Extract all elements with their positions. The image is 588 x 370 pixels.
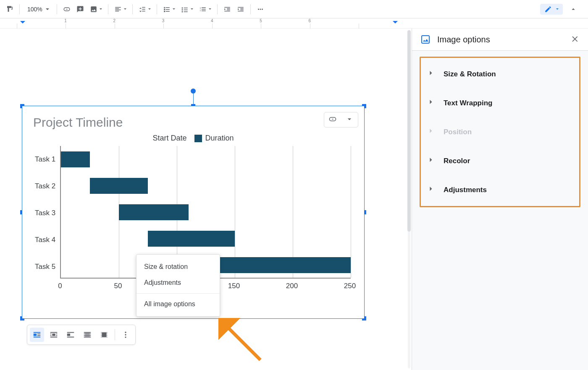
rotation-handle[interactable] <box>191 89 196 94</box>
align-button[interactable] <box>112 3 129 16</box>
image-icon <box>420 34 430 44</box>
zoom-value: 100% <box>27 6 42 13</box>
caret-down-icon <box>100 8 102 11</box>
image-wrap-toolbar <box>27 325 136 345</box>
toolbar-separator <box>250 4 251 14</box>
svg-point-9 <box>125 332 126 333</box>
ctx-adjustments[interactable]: Adjustments <box>136 275 220 291</box>
ruler-number: 6 <box>309 18 311 23</box>
ruler-number: 4 <box>211 18 213 23</box>
y-tick-label: Task 2 <box>35 182 58 190</box>
bulleted-list-button[interactable] <box>178 3 196 16</box>
ctx-all-image-options[interactable]: All image options <box>136 296 220 312</box>
toolbar: 100% <box>0 0 588 18</box>
svg-point-1 <box>260 8 261 10</box>
toolbar-separator <box>217 4 218 14</box>
panel-title: Image options <box>437 35 564 44</box>
caret-down-icon <box>191 8 193 11</box>
ruler[interactable]: 1 2 3 4 5 6 <box>0 18 588 29</box>
toolbar-separator <box>132 4 133 14</box>
legend-item: Start Date <box>152 134 186 143</box>
ctx-separator <box>136 293 220 294</box>
y-tick-label: Task 3 <box>35 209 58 217</box>
rotation-handle-line <box>193 94 194 104</box>
toolbar-separator <box>157 4 157 14</box>
wrap-wraptext-button[interactable] <box>47 328 61 342</box>
x-tick-label: 0 <box>58 282 62 290</box>
chart-options-button[interactable] <box>341 112 358 127</box>
checklist-button[interactable] <box>160 3 178 16</box>
svg-point-10 <box>125 334 126 335</box>
paint-format-button[interactable] <box>3 3 16 16</box>
gridline <box>351 146 351 278</box>
ctx-size-rotation[interactable]: Size & rotation <box>136 259 220 275</box>
document-area[interactable]: Project Timeline Start Date Duration Tas… <box>0 29 407 370</box>
collapse-toolbar-button[interactable] <box>567 3 580 16</box>
insert-comment-button[interactable] <box>74 3 87 16</box>
scrollbar-thumb[interactable] <box>407 30 411 232</box>
wrap-front-button[interactable] <box>97 328 111 342</box>
svg-rect-12 <box>422 36 429 43</box>
svg-rect-8 <box>102 333 107 337</box>
zoom-dropdown[interactable]: 100% <box>23 3 53 16</box>
chevron-right-icon <box>427 127 435 137</box>
wrap-break-button[interactable] <box>63 328 78 342</box>
ruler-number: 2 <box>113 18 116 23</box>
svg-rect-5 <box>52 334 55 336</box>
chart-title: Project Timeline <box>33 115 355 130</box>
workspace: Project Timeline Start Date Duration Tas… <box>0 29 588 370</box>
accordion-item[interactable]: Adjustments <box>421 175 579 204</box>
chart-link-button[interactable] <box>324 112 341 127</box>
accordion-label: Size & Rotation <box>444 70 496 78</box>
caret-down-icon <box>124 8 126 11</box>
more-tools-button[interactable] <box>254 3 267 16</box>
ruler-number: 3 <box>162 18 165 23</box>
caret-down-icon <box>46 8 49 12</box>
svg-rect-6 <box>67 334 70 336</box>
svg-point-11 <box>125 336 126 338</box>
vertical-scrollbar[interactable] <box>407 29 412 370</box>
y-tick-label: Task 1 <box>35 155 58 164</box>
close-panel-button[interactable] <box>571 35 580 44</box>
wrap-more-button[interactable] <box>118 328 133 342</box>
x-tick-label: 250 <box>344 282 356 290</box>
caret-down-icon <box>556 8 559 11</box>
editing-mode-button[interactable] <box>540 4 563 15</box>
caret-down-icon <box>209 8 211 11</box>
accordion-item[interactable]: Text Wrapping <box>421 89 579 117</box>
numbered-list-button[interactable] <box>197 3 214 16</box>
legend-item: Duration <box>194 134 234 143</box>
toolbar-separator <box>19 4 20 14</box>
annotation-arrow-icon <box>218 318 269 368</box>
x-tick-label: 150 <box>228 282 240 290</box>
y-tick-label: Task 4 <box>35 236 58 244</box>
x-tick-label: 200 <box>286 282 298 290</box>
insert-image-button[interactable] <box>87 3 105 16</box>
wrap-inline-button[interactable] <box>30 328 44 342</box>
decrease-indent-button[interactable] <box>221 3 234 16</box>
accordion-label: Position <box>444 128 472 136</box>
caret-down-icon <box>173 8 175 11</box>
chart-legend: Start Date Duration <box>32 134 355 143</box>
ruler-indent-right-icon[interactable] <box>393 21 398 26</box>
y-tick-label: Task 5 <box>35 263 58 271</box>
wrap-separator <box>115 329 115 340</box>
legend-swatch <box>194 135 202 142</box>
accordion-item[interactable]: Recolor <box>421 146 579 175</box>
svg-rect-7 <box>85 333 90 337</box>
svg-point-2 <box>262 8 263 10</box>
chart-bar <box>90 178 148 194</box>
wrap-behind-button[interactable] <box>80 328 94 342</box>
chart-context-menu: Size & rotation Adjustments All image op… <box>136 254 220 317</box>
ruler-indent-left-icon[interactable] <box>20 21 25 26</box>
ruler-number: 5 <box>260 18 262 23</box>
insert-link-button[interactable] <box>60 3 73 16</box>
chart-link-controls <box>324 112 358 128</box>
accordion-item[interactable]: Size & Rotation <box>421 60 579 89</box>
accordion-label: Recolor <box>444 157 470 165</box>
chart-bar <box>61 151 90 167</box>
image-options-panel: Image options Size & RotationText Wrappi… <box>412 29 588 370</box>
line-spacing-button[interactable] <box>136 3 153 16</box>
increase-indent-button[interactable] <box>234 3 247 16</box>
image-options-accordion: Size & RotationText WrappingPositionReco… <box>420 57 580 207</box>
